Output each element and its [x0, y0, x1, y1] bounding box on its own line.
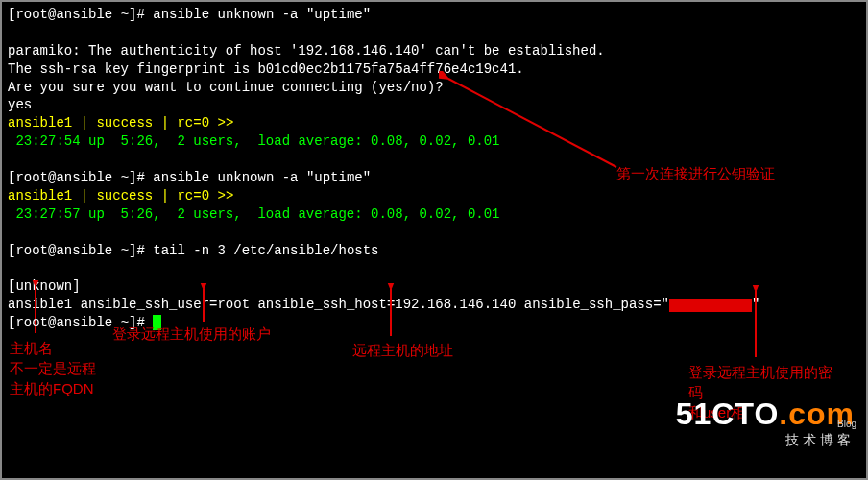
prompt-line-3: [root@ansible ~]# tail -n 3 /etc/ansible… [8, 242, 860, 260]
password-redacted [669, 299, 752, 312]
prompt-line-1: [root@ansible ~]# ansible unknown -a "up… [8, 6, 860, 24]
annot-user: 登录远程主机使用的账户 [112, 324, 271, 344]
command-2: ansible unknown -a "uptime" [153, 170, 371, 185]
command-1: ansible unknown -a "uptime" [153, 7, 371, 22]
result-header-1: ansible1 | success | rc=0 >> [8, 114, 860, 132]
annot-addr: 远程主机的地址 [352, 340, 453, 360]
result-header-2: ansible1 | success | rc=0 >> [8, 187, 860, 205]
annot-pubkey: 第一次连接进行公钥验证 [616, 163, 775, 183]
paramiko-line-2: The ssh-rsa key fingerprint is b01cd0ec2… [8, 60, 860, 79]
uptime-output-1: 23:27:54 up 5:26, 2 users, load average:… [8, 132, 860, 151]
paramiko-answer: yes [8, 96, 860, 114]
paramiko-line-3: Are you sure you want to continue connec… [8, 79, 860, 97]
hosts-group: [unknown] [8, 277, 860, 296]
hosts-entry: ansible1 ansible_ssh_user=root ansible_s… [8, 296, 860, 314]
annot-hostname: 主机名 不一定是远程 主机的FQDN [10, 338, 96, 398]
uptime-output-2: 23:27:57 up 5:26, 2 users, load average:… [8, 205, 860, 224]
watermark: 51CTO.com Blog 技术博客 [676, 394, 855, 449]
command-3: tail -n 3 /etc/ansible/hosts [153, 243, 378, 258]
paramiko-line-1: paramiko: The authenticity of host '192.… [8, 42, 860, 60]
